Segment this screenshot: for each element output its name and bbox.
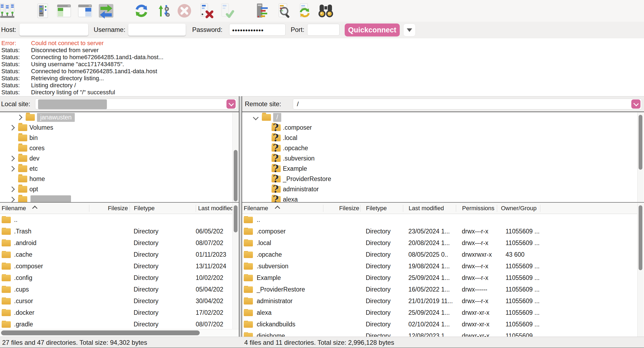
file-row[interactable]: clickandbuilds Directory 02/10/2024 1...…	[242, 319, 644, 330]
tree-item-label: janawusten	[37, 113, 75, 122]
tree-item[interactable]: ? .local	[242, 133, 644, 143]
file-row[interactable]: .opcache Directory 08/05/2025 0.. drwxrw…	[242, 249, 644, 260]
cancel-button[interactable]	[177, 3, 192, 19]
remote-tree-scrollbar-thumb[interactable]	[639, 115, 642, 170]
tree-item[interactable]: ? /	[242, 112, 644, 122]
chevron-icon[interactable]	[9, 155, 15, 161]
toggle-message-log-button[interactable]	[35, 3, 51, 19]
pane-divider[interactable]	[239, 96, 242, 348]
folder-icon: ?	[272, 186, 281, 193]
file-row[interactable]: .cups Directory 05/04/202	[0, 284, 239, 295]
file-row[interactable]: .composer Directory 13/11/2024	[0, 260, 239, 272]
remote-site-dropdown-button[interactable]	[631, 99, 640, 109]
remote-list-scrollbar-thumb[interactable]	[639, 205, 642, 270]
file-owner-group: 11055609 ...	[497, 286, 644, 293]
toggle-local-tree-button[interactable]	[56, 3, 72, 19]
file-row[interactable]: ..	[242, 214, 644, 226]
tree-item[interactable]: ?	[0, 194, 239, 202]
file-modified: 23/05/2024 1...	[403, 228, 456, 235]
site-manager-button[interactable]	[0, 3, 16, 19]
horizontal-scrollbar-thumb[interactable]	[1, 330, 200, 335]
port-input[interactable]	[307, 24, 340, 36]
file-row[interactable]: .cache Directory 01/11/2023	[0, 249, 239, 260]
chevron-icon[interactable]	[253, 114, 259, 120]
local-header-filesize[interactable]: Filesize	[89, 205, 130, 212]
local-site-combo[interactable]	[35, 99, 237, 109]
folder-icon	[244, 321, 253, 328]
file-row[interactable]: .android Directory 08/07/202	[0, 237, 239, 249]
tree-item[interactable]: ? Volumes	[0, 122, 239, 133]
folder-icon: ?	[18, 196, 27, 202]
tree-item[interactable]: ? .opcache	[242, 143, 644, 153]
tree-item[interactable]: ? bin	[0, 133, 239, 143]
disconnect-button[interactable]	[198, 3, 214, 19]
local-header-filetype[interactable]: Filetype	[130, 205, 196, 212]
file-row[interactable]: .composer Directory 23/05/2024 1... drwx…	[242, 226, 644, 237]
log-label: Error:	[0, 40, 29, 47]
file-row[interactable]: administrator Directory 21/01/2019 11...…	[242, 295, 644, 307]
synchronized-browsing-button[interactable]	[297, 3, 313, 19]
tree-item[interactable]: ? .composer	[242, 122, 644, 133]
local-tree-scrollbar-thumb[interactable]	[234, 150, 238, 201]
file-type: Directory	[360, 239, 403, 247]
remote-header-permissions[interactable]: Permissions	[456, 205, 497, 212]
quickconnect-button[interactable]: Quickconnect	[345, 24, 400, 36]
file-row[interactable]: Example Directory 25/09/2024 1... drwx--…	[242, 272, 644, 284]
file-row[interactable]: alexa Directory 25/09/2024 1... drwxr-xr…	[242, 307, 644, 319]
tree-item[interactable]: ? alexa	[242, 194, 644, 202]
filter-button[interactable]	[276, 3, 292, 19]
tree-item[interactable]: ? .subversion	[242, 153, 644, 163]
file-name: Example	[257, 274, 281, 282]
remote-header-owner-group[interactable]: Owner/Group	[497, 205, 540, 212]
tree-item[interactable]: ? janawusten	[0, 112, 239, 122]
tree-item[interactable]: ? home	[0, 174, 239, 184]
tree-item[interactable]: ? Example	[242, 163, 644, 174]
chevron-icon[interactable]	[9, 196, 15, 202]
reconnect-button[interactable]	[219, 3, 235, 19]
chevron-icon[interactable]	[17, 114, 22, 120]
process-queue-button[interactable]	[155, 3, 171, 19]
file-modified: 16/05/2022 1...	[403, 286, 456, 293]
remote-header-last-modified[interactable]: Last modified	[403, 205, 456, 212]
host-input[interactable]	[19, 24, 88, 36]
toggle-transfer-queue-button[interactable]	[98, 3, 114, 19]
file-name: .composer	[257, 228, 286, 235]
file-row[interactable]: .gradle Directory 08/07/202	[0, 319, 239, 330]
file-row[interactable]: _ProviderRestore Directory 16/05/2022 1.…	[242, 284, 644, 295]
log-label: Status:	[0, 82, 29, 89]
local-header-filename[interactable]: Filename	[0, 205, 89, 212]
tree-item[interactable]: ? etc	[0, 163, 239, 174]
tree-item[interactable]: ? opt	[0, 184, 239, 194]
file-row[interactable]: .local Directory 20/08/2024 1... drwx---…	[242, 237, 644, 249]
local-list-horizontal-scrollbar[interactable]	[0, 329, 239, 336]
quickconnect-dropdown-button[interactable]	[403, 24, 416, 36]
username-input[interactable]	[128, 24, 186, 36]
password-input[interactable]: ••••••••••••	[229, 24, 286, 36]
remote-site-combo[interactable]: /	[293, 99, 642, 109]
chevron-icon[interactable]	[9, 186, 15, 192]
find-files-button[interactable]	[318, 3, 334, 19]
remote-header-filetype[interactable]: Filetype	[360, 205, 403, 212]
file-row[interactable]: .subversion Directory 19/08/2024 1... dr…	[242, 260, 644, 272]
file-row[interactable]: digishome Directory 12/08/2023 1... drwx…	[242, 330, 644, 337]
toggle-remote-tree-button[interactable]	[77, 3, 93, 19]
chevron-icon[interactable]	[9, 166, 15, 171]
tree-item[interactable]: ? dev	[0, 153, 239, 163]
local-site-dropdown-button[interactable]	[226, 99, 236, 109]
remote-header-filename[interactable]: Filename	[242, 205, 323, 212]
file-row[interactable]: .Trash Directory 06/05/202	[0, 226, 239, 237]
file-row[interactable]: .config Directory 10/02/202	[0, 272, 239, 284]
file-name: .local	[257, 239, 271, 247]
directory-comparison-button[interactable]	[255, 3, 270, 19]
file-permissions: drwxrwxr-x	[456, 251, 497, 258]
tree-item[interactable]: ? cores	[0, 143, 239, 153]
refresh-button[interactable]	[134, 3, 149, 19]
file-row[interactable]: .cursor Directory 30/04/202	[0, 295, 239, 307]
file-row[interactable]: .docker Directory 17/02/202	[0, 307, 239, 319]
file-row[interactable]: ..	[0, 214, 239, 226]
tree-item[interactable]: ? administrator	[242, 184, 644, 194]
chevron-icon[interactable]	[9, 125, 15, 130]
remote-header-filesize[interactable]: Filesize	[323, 205, 360, 212]
tree-item[interactable]: ? _ProviderRestore	[242, 174, 644, 184]
local-list-scrollbar-thumb[interactable]	[234, 205, 238, 232]
